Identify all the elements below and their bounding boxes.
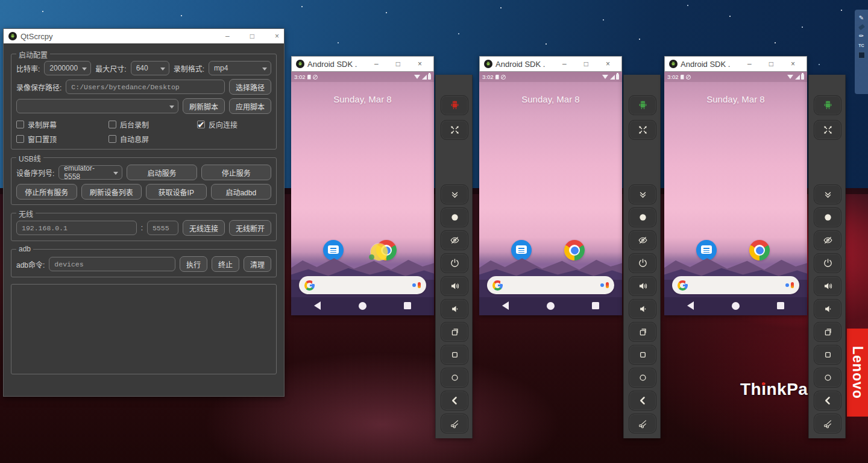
wireless-disconnect-button[interactable]: 无线断开: [229, 220, 271, 236]
screenshot-button[interactable]: [441, 207, 468, 227]
minimize-button[interactable]: –: [747, 60, 752, 68]
group-control-button[interactable]: [441, 95, 468, 115]
group-control-button[interactable]: [629, 95, 656, 115]
screen-clip-button[interactable]: [629, 414, 656, 433]
close-button[interactable]: ×: [418, 60, 422, 68]
wireless-ip-input[interactable]: [16, 221, 137, 235]
wireless-connect-button[interactable]: 无线连接: [183, 220, 225, 236]
clear-button[interactable]: 清理: [244, 256, 271, 272]
fullscreen-button[interactable]: [629, 120, 656, 140]
eraser-icon[interactable]: [858, 24, 865, 30]
refresh-device-list-button[interactable]: 刷新设备列表: [81, 184, 142, 200]
adb-command-input[interactable]: [49, 257, 175, 271]
terminate-button[interactable]: 终止: [212, 256, 239, 272]
volume-down-button[interactable]: [441, 299, 468, 319]
save-path-input[interactable]: [66, 80, 225, 94]
color-swatch[interactable]: [858, 52, 865, 58]
phone-screen[interactable]: 3:02 Sunday, Mar 8: [291, 72, 434, 315]
volume-up-button[interactable]: [441, 276, 468, 296]
messages-app-icon[interactable]: [696, 240, 717, 260]
google-search-bar[interactable]: [487, 276, 614, 294]
minimize-button[interactable]: –: [225, 32, 230, 40]
nav-home-button[interactable]: [732, 302, 740, 310]
expand-toolbar-button[interactable]: [441, 184, 468, 204]
nav-back-button[interactable]: [314, 301, 321, 310]
power-button[interactable]: [441, 253, 468, 273]
checkbox-record-screen[interactable]: 录制屏幕: [16, 119, 104, 130]
emulator-titlebar[interactable]: Android SDK ... – □ ×: [291, 56, 434, 72]
record-format-select[interactable]: mp4: [209, 61, 271, 75]
screen-clip-button[interactable]: [441, 414, 468, 433]
messages-app-icon[interactable]: [323, 240, 344, 260]
nav-recents-button[interactable]: [592, 302, 599, 309]
phone-screen[interactable]: 3:02 Sunday, Mar 8: [664, 72, 807, 315]
close-button[interactable]: ×: [275, 32, 279, 40]
close-button[interactable]: ×: [791, 60, 795, 68]
fullscreen-button[interactable]: [441, 120, 468, 140]
nav-back-button[interactable]: [687, 301, 694, 310]
checkbox-background-record[interactable]: 后台录制: [108, 119, 193, 130]
minimize-button[interactable]: –: [374, 60, 379, 68]
execute-button[interactable]: 执行: [180, 256, 207, 272]
volume-up-button[interactable]: [629, 276, 656, 296]
start-service-button[interactable]: 启动服务: [127, 165, 197, 180]
max-size-select[interactable]: 640: [131, 61, 169, 75]
maximize-button[interactable]: □: [250, 32, 254, 40]
screen-off-button[interactable]: [441, 230, 468, 250]
minimize-button[interactable]: –: [562, 60, 567, 68]
screen-off-button[interactable]: [814, 230, 841, 250]
app-switch-button[interactable]: [441, 322, 468, 342]
marker-icon[interactable]: ✏: [859, 33, 864, 39]
start-adbd-button[interactable]: 启动adbd: [211, 184, 272, 200]
group-control-button[interactable]: [814, 95, 841, 115]
home-button[interactable]: [814, 368, 841, 388]
qtscrcpy-titlebar[interactable]: QtScrcpy – □ ×: [4, 29, 284, 43]
maximize-button[interactable]: □: [584, 60, 588, 68]
pen-icon[interactable]: ✎: [859, 15, 864, 21]
output-console[interactable]: [11, 284, 277, 374]
home-button[interactable]: [441, 368, 468, 388]
maximize-button[interactable]: □: [396, 60, 400, 68]
nav-home-button[interactable]: [547, 302, 555, 310]
app-switch-button[interactable]: [629, 322, 656, 342]
back-button[interactable]: [441, 391, 468, 411]
get-device-ip-button[interactable]: 获取设备IP: [146, 184, 207, 200]
device-serial-select[interactable]: emulator-5558: [58, 165, 122, 180]
emulator-titlebar[interactable]: Android SDK ... – □ ×: [664, 56, 807, 72]
power-button[interactable]: [814, 253, 841, 273]
mic-icon[interactable]: [412, 282, 421, 288]
checkbox-window-on-top[interactable]: 窗口置顶: [16, 134, 104, 144]
script-select[interactable]: [16, 99, 178, 113]
emulator-titlebar[interactable]: Android SDK ... – □ ×: [479, 56, 622, 72]
chrome-app-icon[interactable]: [749, 240, 770, 260]
refresh-script-button[interactable]: 刷新脚本: [183, 98, 225, 114]
recents-button[interactable]: [441, 345, 468, 365]
google-search-bar[interactable]: [299, 276, 426, 294]
nav-recents-button[interactable]: [777, 302, 784, 309]
fullscreen-button[interactable]: [814, 120, 841, 140]
volume-up-button[interactable]: [814, 276, 841, 296]
recents-button[interactable]: [629, 345, 656, 365]
screenshot-button[interactable]: [814, 207, 841, 227]
screen-clip-button[interactable]: [814, 414, 841, 433]
apply-script-button[interactable]: 应用脚本: [229, 98, 271, 114]
chrome-app-icon[interactable]: [564, 240, 585, 260]
screen-off-button[interactable]: [629, 230, 656, 250]
text-tool-button[interactable]: TC: [858, 43, 864, 48]
expand-toolbar-button[interactable]: [629, 184, 656, 204]
back-button[interactable]: [814, 391, 841, 411]
volume-down-button[interactable]: [814, 299, 841, 319]
nav-home-button[interactable]: [359, 302, 366, 310]
bitrate-select[interactable]: 2000000: [44, 61, 91, 75]
screenshot-button[interactable]: [629, 207, 656, 227]
choose-path-button[interactable]: 选择路径: [229, 79, 271, 95]
expand-toolbar-button[interactable]: [814, 184, 841, 204]
close-button[interactable]: ×: [606, 60, 610, 68]
power-button[interactable]: [629, 253, 656, 273]
maximize-button[interactable]: □: [769, 60, 773, 68]
home-button[interactable]: [629, 368, 656, 388]
stop-service-button[interactable]: 停止服务: [201, 165, 271, 180]
mic-icon[interactable]: [600, 282, 609, 288]
google-search-bar[interactable]: [672, 276, 799, 294]
mic-icon[interactable]: [785, 282, 794, 288]
